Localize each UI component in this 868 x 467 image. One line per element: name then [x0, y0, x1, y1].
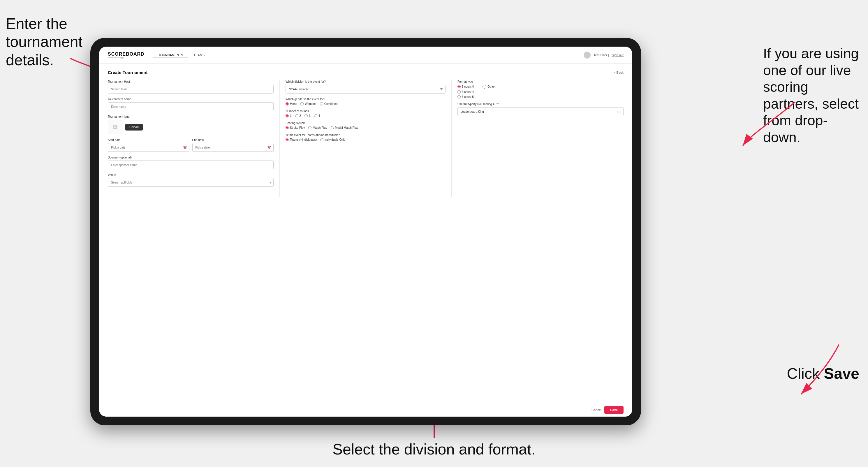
teams-individuals[interactable]: Individuals Only	[320, 138, 345, 141]
format-6count4-radio[interactable]	[458, 90, 461, 94]
form-col-1: Tournament Host Tournament name Tourname…	[108, 80, 280, 197]
logo-block: SCOREBOARD Powered by clippit	[108, 52, 145, 59]
teams-plus[interactable]: Teams (+Individuals)	[285, 138, 317, 141]
gender-group: Which gender is the event for? Mens Wome…	[285, 98, 445, 105]
format-5count4-label: 5 count 4	[462, 85, 474, 88]
logo-placeholder: 🖼	[108, 120, 122, 134]
rounds-3-radio[interactable]	[305, 114, 308, 117]
username: Test User |	[593, 53, 609, 57]
rounds-3[interactable]: 3	[305, 114, 311, 117]
gender-womens-radio[interactable]	[301, 102, 304, 105]
format-6count5-label: 6 count 5	[462, 95, 474, 98]
gender-radio-group: Mens Womens Combined	[285, 102, 445, 105]
rounds-group: Number of rounds 1 2 3	[285, 110, 445, 117]
date-row: Start date 📅 End date	[108, 138, 274, 152]
format-type-group: Format type 5 count 4 Other	[458, 80, 624, 98]
scoring-match-radio[interactable]	[308, 126, 311, 129]
live-scoring-wrap: Leaderboard King × ÷	[458, 107, 624, 116]
format-5count4[interactable]: 5 count 4	[458, 85, 474, 88]
format-6count4[interactable]: 6 count 4	[458, 90, 624, 94]
sign-out-link[interactable]: Sign out	[612, 53, 624, 57]
app-footer: Cancel Save	[99, 403, 632, 416]
teams-radio-group: Teams (+Individuals) Individuals Only	[285, 138, 445, 141]
sponsor-label: Sponsor (optional)	[108, 156, 274, 159]
division-select[interactable]: NCAA Division I NCAA Division II NCAA Di…	[285, 85, 445, 94]
gender-mens[interactable]: Mens	[285, 102, 297, 105]
live-scoring-select[interactable]: Leaderboard King	[458, 107, 624, 116]
rounds-1-radio[interactable]	[285, 114, 289, 117]
rounds-3-label: 3	[309, 114, 311, 117]
annotation-save-bold: Save	[824, 365, 859, 382]
tournament-host-group: Tournament Host	[108, 80, 274, 94]
scoring-medal-match[interactable]: Medal Match Play	[331, 126, 358, 129]
rounds-4[interactable]: 4	[314, 114, 320, 117]
format-6count4-label: 6 count 4	[462, 90, 474, 94]
sponsor-input[interactable]	[108, 160, 274, 169]
tournament-name-input[interactable]	[108, 102, 274, 111]
start-date-input[interactable]	[108, 143, 189, 152]
gender-label: Which gender is the event for?	[285, 98, 445, 101]
live-scoring-group: Use third-party live scoring API? Leader…	[458, 102, 624, 116]
scoring-label: Scoring system	[285, 122, 445, 125]
gender-combined[interactable]: Combined	[320, 102, 338, 105]
cancel-button[interactable]: Cancel	[591, 408, 601, 412]
logo-subtitle: Powered by clippit	[108, 57, 145, 59]
teams-label: Is this event for Teams and/or Individua…	[285, 133, 445, 137]
header-right: Test User | Sign out	[584, 52, 624, 59]
scoring-medal-radio[interactable]	[331, 126, 334, 129]
rounds-2[interactable]: 2	[295, 114, 301, 117]
format-6count5-radio[interactable]	[458, 95, 461, 98]
avatar	[584, 52, 591, 59]
gender-mens-radio[interactable]	[285, 102, 289, 105]
upload-button[interactable]: Upload	[125, 124, 143, 130]
tournament-host-label: Tournament Host	[108, 80, 274, 83]
annotation-click-save: Click Save	[787, 365, 859, 382]
tab-tournaments[interactable]: TOURNAMENTS	[153, 53, 188, 57]
division-group: Which division is the event for? NCAA Di…	[285, 80, 445, 94]
end-date-label: End date	[192, 138, 274, 142]
logo-title: SCOREBOARD	[108, 52, 145, 57]
app-container: SCOREBOARD Powered by clippit TOURNAMENT…	[99, 46, 632, 416]
back-link[interactable]: < Back	[614, 71, 624, 74]
rounds-4-label: 4	[318, 114, 320, 117]
format-type-row-1: 5 count 4 Other	[458, 85, 624, 89]
live-scoring-clear[interactable]: × ÷	[617, 110, 621, 113]
rounds-2-label: 2	[300, 114, 301, 117]
teams-individuals-radio[interactable]	[320, 138, 323, 141]
rounds-4-radio[interactable]	[314, 114, 317, 117]
venue-label: Venue	[108, 173, 274, 177]
tab-teams[interactable]: TEAMS	[188, 53, 210, 57]
venue-group: Venue ▾	[108, 173, 274, 187]
gender-mens-label: Mens	[290, 102, 297, 105]
format-5count4-radio[interactable]	[458, 85, 461, 88]
app-header: SCOREBOARD Powered by clippit TOURNAMENT…	[99, 46, 632, 64]
gender-womens[interactable]: Womens	[301, 102, 316, 105]
end-date-input[interactable]	[192, 143, 274, 152]
format-other-group: Other	[483, 85, 495, 89]
tournament-name-label: Tournament name	[108, 98, 274, 101]
scoring-stroke-radio[interactable]	[285, 126, 289, 129]
tournament-host-input[interactable]	[108, 85, 274, 94]
nav-tabs: TOURNAMENTS TEAMS	[153, 53, 210, 57]
format-6count5[interactable]: 6 count 5	[458, 95, 624, 98]
start-date-wrap: 📅	[108, 143, 189, 152]
gender-womens-label: Womens	[305, 102, 316, 105]
gender-combined-radio[interactable]	[320, 102, 323, 105]
rounds-2-radio[interactable]	[295, 114, 298, 117]
annotation-select-division: Select the division and format.	[333, 440, 535, 458]
format-other-label: Other	[488, 85, 495, 88]
rounds-1[interactable]: 1	[285, 114, 292, 117]
format-other-radio[interactable]	[483, 85, 486, 89]
start-date-group: Start date 📅	[108, 138, 189, 152]
scoring-stroke[interactable]: Stroke Play	[285, 126, 305, 129]
annotation-click-save-prefix: Click	[787, 365, 824, 382]
scoring-match[interactable]: Match Play	[308, 126, 327, 129]
venue-input[interactable]	[108, 178, 274, 187]
teams-plus-radio[interactable]	[285, 138, 289, 141]
scoring-stroke-label: Stroke Play	[290, 126, 305, 129]
page-title: Create Tournament	[108, 70, 148, 75]
save-button[interactable]: Save	[604, 406, 624, 414]
venue-dropdown-icon: ▾	[270, 181, 271, 184]
scoring-radio-group: Stroke Play Match Play Medal Match Play	[285, 126, 445, 129]
scoring-medal-label: Medal Match Play	[335, 126, 358, 129]
